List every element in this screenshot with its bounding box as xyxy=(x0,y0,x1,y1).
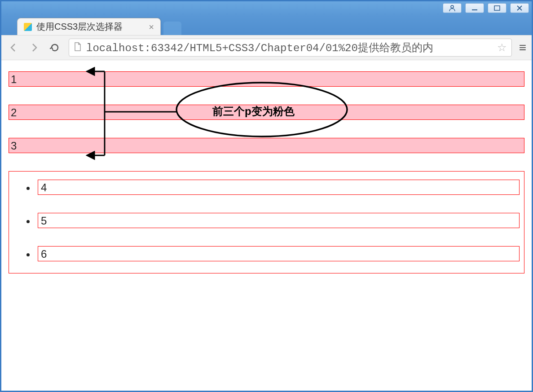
window-close-button[interactable] xyxy=(510,3,529,13)
tab-favicon-icon xyxy=(24,23,32,31)
address-bar[interactable]: localhost:63342/HTML5+CSS3/Chapter04/01%… xyxy=(69,39,512,57)
pink-paragraph: 3 xyxy=(9,138,524,153)
svg-point-0 xyxy=(451,5,454,8)
list-item-cell: 4 xyxy=(38,180,520,195)
page-content: 1 2 3 4 5 6 xyxy=(1,60,532,391)
list-item-cell: 5 xyxy=(38,213,520,228)
annotation-label: 前三个p变为粉色 xyxy=(212,104,295,119)
tab-title: 使用CSS3层次选择器 xyxy=(36,21,123,33)
bookmark-star-icon[interactable]: ☆ xyxy=(497,41,507,54)
window-titlebar xyxy=(1,1,532,15)
window-user-button[interactable] xyxy=(443,3,462,13)
browser-menu-button[interactable]: ≡ xyxy=(519,41,526,54)
browser-toolbar: localhost:63342/HTML5+CSS3/Chapter04/01%… xyxy=(1,35,532,60)
tab-close-icon[interactable]: × xyxy=(149,22,154,31)
forward-button[interactable] xyxy=(27,42,41,53)
browser-window: 使用CSS3层次选择器 × localhost:63342/HTML5+CSS3… xyxy=(0,0,533,392)
list-item: 4 xyxy=(36,180,520,195)
url-text: localhost:63342/HTML5+CSS3/Chapter04/01%… xyxy=(86,40,433,55)
browser-tab-active[interactable]: 使用CSS3层次选择器 × xyxy=(17,18,161,35)
pink-paragraph: 1 xyxy=(9,71,524,87)
list-item: 6 xyxy=(36,246,520,261)
window-minimize-button[interactable] xyxy=(465,3,484,13)
window-maximize-button[interactable] xyxy=(488,3,507,13)
svg-rect-1 xyxy=(472,9,477,10)
svg-rect-2 xyxy=(494,6,500,10)
list-container: 4 5 6 xyxy=(9,171,524,273)
list-item-cell: 6 xyxy=(38,246,520,261)
page-icon xyxy=(74,42,82,53)
list-item: 5 xyxy=(36,213,520,228)
back-button[interactable] xyxy=(7,42,20,53)
new-tab-button[interactable] xyxy=(163,22,181,35)
reload-button[interactable] xyxy=(48,42,62,53)
browser-tabstrip: 使用CSS3层次选择器 × xyxy=(1,15,532,35)
